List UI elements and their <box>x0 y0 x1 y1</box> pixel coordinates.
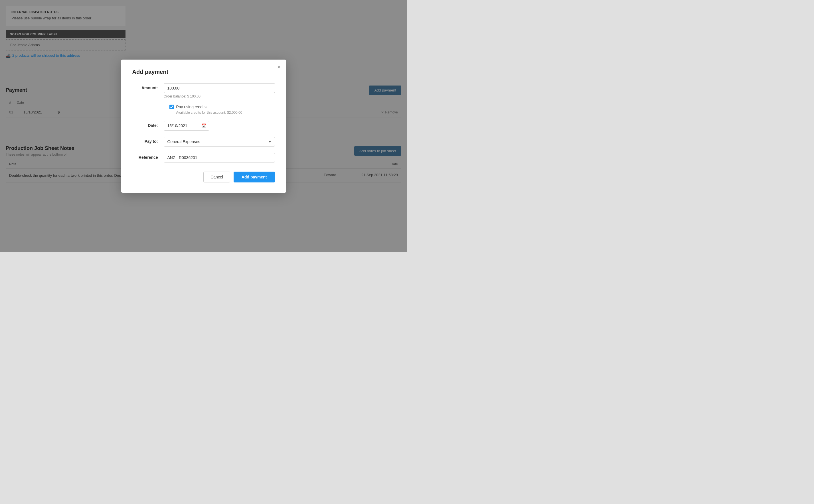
pay-to-control: General Expenses Other <box>164 137 275 147</box>
amount-row: Amount: Order balance: $ 100.00 <box>132 83 275 98</box>
credits-row: Pay using credits Available credits for … <box>132 105 275 115</box>
credits-checkbox[interactable] <box>169 105 174 109</box>
credits-label-text: Pay using credits <box>176 105 207 109</box>
pay-to-label: Pay to: <box>132 137 164 144</box>
available-credits: Available credits for this account: $2,0… <box>169 111 242 115</box>
reference-input[interactable] <box>164 153 275 162</box>
amount-input[interactable] <box>164 83 275 93</box>
pay-to-row: Pay to: General Expenses Other <box>132 137 275 147</box>
amount-control: Order balance: $ 100.00 <box>164 83 275 98</box>
credits-container: Pay using credits Available credits for … <box>169 105 242 115</box>
reference-control <box>164 153 275 162</box>
date-input-wrapper: 📅 <box>164 121 209 131</box>
order-balance: Order balance: $ 100.00 <box>164 94 275 98</box>
calendar-icon: 📅 <box>202 123 206 128</box>
pay-to-select[interactable]: General Expenses Other <box>164 137 275 147</box>
modal-title: Add payment <box>132 69 275 75</box>
modal-overlay: Add payment × Amount: Order balance: $ 1… <box>0 0 407 252</box>
date-control: 📅 <box>164 121 275 131</box>
date-row: Date: 📅 <box>132 121 275 131</box>
cancel-button[interactable]: Cancel <box>203 172 230 182</box>
reference-label: Reference <box>132 153 164 160</box>
reference-row: Reference <box>132 153 275 162</box>
modal-close-button[interactable]: × <box>277 64 281 70</box>
credits-label[interactable]: Pay using credits <box>169 105 207 109</box>
add-payment-modal: Add payment × Amount: Order balance: $ 1… <box>121 60 286 193</box>
add-payment-submit-button[interactable]: Add payment <box>233 172 275 182</box>
date-label: Date: <box>132 121 164 128</box>
modal-footer: Cancel Add payment <box>132 172 275 182</box>
amount-label: Amount: <box>132 83 164 90</box>
